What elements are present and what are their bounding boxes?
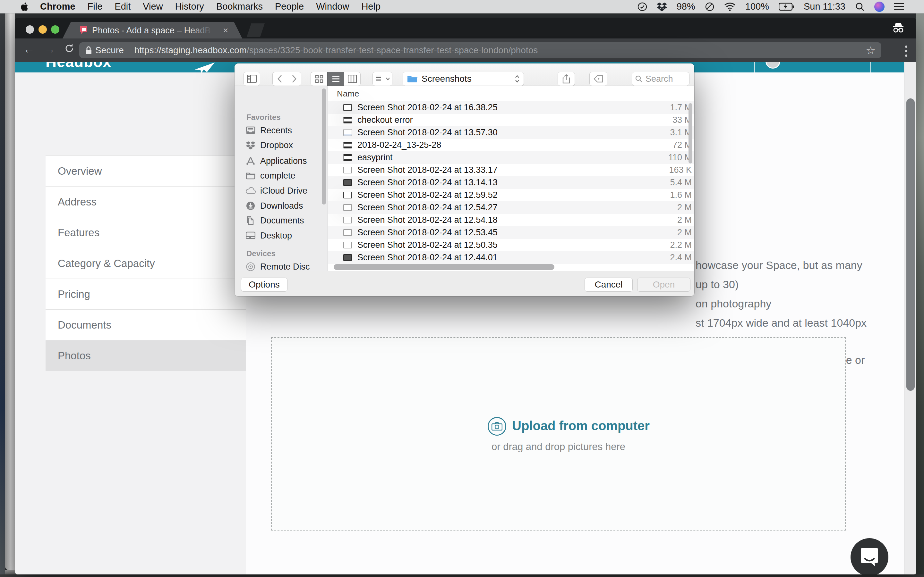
file-row[interactable]: Screen Shot 2018-02-24 at 13.33.17163 K [328, 164, 694, 176]
sidebar-item-documents[interactable]: Documents [246, 214, 304, 227]
nav-item-address[interactable]: Address [45, 187, 246, 218]
menu-view[interactable]: View [137, 1, 169, 12]
chat-widget-button[interactable] [851, 538, 888, 574]
siri-icon[interactable] [869, 2, 889, 12]
battery-percent[interactable]: 100% [740, 1, 774, 12]
back-nav-button[interactable] [272, 72, 287, 86]
sidebar-item-icloud[interactable]: iCloud Drive [246, 184, 307, 197]
tab-title-fade [188, 24, 220, 37]
notification-center-icon[interactable] [889, 2, 909, 11]
menu-help[interactable]: Help [355, 1, 387, 12]
sidebar-item-complete[interactable]: complete [246, 169, 296, 182]
new-tab-button[interactable] [247, 23, 265, 37]
url-path: /spaces/3325-book-transfer-test-space-tr… [247, 45, 862, 55]
menu-edit[interactable]: Edit [108, 1, 137, 12]
user-avatar[interactable] [766, 62, 780, 69]
page-scrollbar-thumb[interactable] [906, 98, 915, 391]
dropbox-percent[interactable]: 98% [672, 1, 700, 12]
nav-item-features[interactable]: Features [45, 218, 246, 248]
column-view-button[interactable] [344, 72, 360, 86]
dialog-search-field[interactable] [632, 72, 690, 86]
recents-icon [246, 126, 256, 135]
file-list-scrollbar-thumb[interactable] [688, 103, 692, 163]
column-header-name[interactable]: Name [337, 89, 359, 99]
dropbox-status-icon[interactable] [652, 2, 672, 11]
file-thumbnail-icon [343, 179, 352, 186]
menu-app-name[interactable]: Chrome [34, 1, 81, 12]
nav-item-category-capacity[interactable]: Category & Capacity [45, 248, 246, 279]
minimize-window-button[interactable] [39, 25, 47, 34]
nav-item-documents[interactable]: Documents [45, 309, 246, 340]
chrome-menu-icon[interactable] [905, 45, 907, 57]
tags-button[interactable] [590, 72, 607, 86]
sidebar-item-recents[interactable]: Recents [246, 124, 292, 137]
file-thumbnail-icon [343, 104, 352, 111]
file-row[interactable]: checkout error33 M [328, 114, 694, 126]
icon-view-button[interactable] [310, 72, 327, 86]
file-row[interactable]: Screen Shot 2018-02-24 at 12.50.352.2 M [328, 239, 694, 251]
file-row[interactable]: Screen Shot 2018-02-24 at 12.59.521.6 M [328, 189, 694, 201]
check-circle-status-icon[interactable] [633, 2, 652, 11]
sidebar-item-label: Applications [260, 156, 307, 166]
menu-bookmarks[interactable]: Bookmarks [210, 1, 269, 12]
file-row[interactable]: Screen Shot 2018-02-24 at 12.54.272 M [328, 201, 694, 214]
site-logo[interactable]: Headbox [45, 62, 111, 71]
battery-status-icon[interactable] [774, 3, 799, 11]
menu-people[interactable]: People [269, 1, 310, 12]
file-row[interactable]: Screen Shot 2018-02-24 at 16.38.251.7 M [328, 101, 694, 114]
folder-dropdown[interactable]: Screenshots [403, 72, 524, 86]
browser-tab[interactable]: Photos - Add a space – HeadB × [63, 22, 242, 39]
forward-nav-button[interactable] [287, 72, 301, 86]
file-thumbnail-icon [343, 229, 352, 236]
omnibox[interactable]: Secure https://staging.headbox.com /spac… [79, 42, 881, 58]
apple-menu-icon[interactable] [16, 2, 34, 11]
horizontal-scrollbar-thumb[interactable] [334, 264, 554, 270]
list-view-button[interactable] [327, 72, 344, 86]
file-row[interactable]: Screen Shot 2018-02-24 at 12.44.012.4 M [328, 251, 694, 264]
sidebar-toggle-button[interactable] [244, 72, 260, 86]
nav-item-overview[interactable]: Overview [45, 156, 246, 187]
wifi-status-icon[interactable] [719, 2, 740, 11]
sidebar-item-downloads[interactable]: Downloads [246, 199, 303, 212]
open-button[interactable]: Open [637, 277, 690, 292]
photo-dropzone[interactable]: Upload from computer or drag and drop pi… [271, 337, 846, 530]
file-row[interactable]: easyprint110 M [328, 151, 694, 164]
headbox-favicon [79, 26, 88, 35]
close-window-button[interactable] [26, 25, 34, 34]
file-row[interactable]: Screen Shot 2018-02-24 at 13.57.303.1 M [328, 126, 694, 139]
page-scrollbar[interactable] [904, 62, 916, 574]
menu-file[interactable]: File [81, 1, 109, 12]
nav-item-pricing[interactable]: Pricing [45, 279, 246, 309]
bookmark-star-icon[interactable]: ☆ [866, 44, 876, 57]
cancel-button[interactable]: Cancel [585, 277, 633, 292]
options-button[interactable]: Options [241, 277, 288, 292]
nav-label: Overview [58, 165, 102, 177]
sidebar-item-desktop[interactable]: Desktop [246, 229, 292, 242]
circle-slash-status-icon[interactable] [700, 2, 719, 11]
nav-item-photos[interactable]: Photos [45, 340, 246, 371]
file-row[interactable]: Screen Shot 2018-02-24 at 12.53.452 M [328, 226, 694, 239]
menu-history[interactable]: History [169, 1, 210, 12]
file-row[interactable]: 2018-02-24_13-25-2872 M [328, 139, 694, 151]
share-button[interactable] [557, 72, 575, 86]
zoom-window-button[interactable] [51, 25, 59, 34]
desktop-wallpaper-right [916, 13, 924, 577]
forward-button[interactable]: → [44, 42, 55, 56]
sidebar-item-dropbox[interactable]: Dropbox [246, 139, 293, 152]
group-by-button[interactable] [373, 72, 393, 86]
file-thumbnail-icon [343, 242, 352, 248]
back-button[interactable]: ← [23, 42, 35, 56]
reload-button[interactable] [64, 43, 75, 54]
menu-bar-clock[interactable]: Sun 11:33 [799, 1, 850, 12]
tab-close-icon[interactable]: × [223, 25, 228, 35]
file-row[interactable]: Screen Shot 2018-02-24 at 13.14.135.4 M [328, 176, 694, 189]
nav-label: Address [58, 196, 97, 208]
menu-window[interactable]: Window [310, 1, 355, 12]
search-input[interactable] [645, 74, 680, 84]
sidebar-item-applications[interactable]: Applications [246, 155, 307, 167]
upload-from-computer-link[interactable]: Upload from computer [512, 419, 650, 433]
folder-dropdown-label: Screenshots [422, 74, 511, 84]
spotlight-search-icon[interactable] [850, 2, 869, 11]
file-row[interactable]: Screen Shot 2018-02-24 at 12.54.182 M [328, 214, 694, 226]
sidebar-scrollbar-thumb[interactable] [322, 89, 326, 205]
